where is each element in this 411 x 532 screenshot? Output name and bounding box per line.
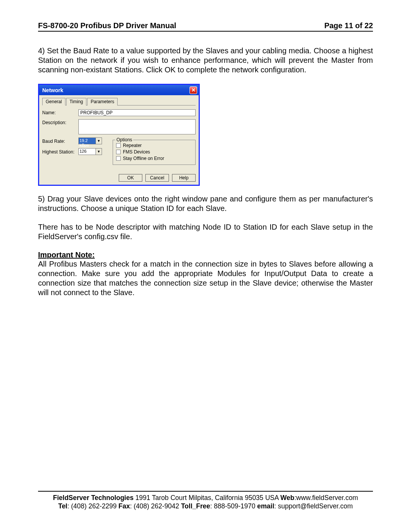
option-repeater-label: Repeater xyxy=(123,143,142,148)
description-input[interactable] xyxy=(78,119,196,134)
checkbox-icon xyxy=(116,150,121,154)
option-fms-devices[interactable]: FMS Devices xyxy=(116,149,192,155)
name-label: Name: xyxy=(42,109,78,115)
description-label: Description: xyxy=(42,119,78,125)
footer-fax-label: Fax xyxy=(118,502,130,510)
baud-rate-value: 19.2 kBps xyxy=(79,138,96,144)
cancel-button[interactable]: Cancel xyxy=(145,174,169,182)
footer-company: FieldServer Technologies xyxy=(53,494,134,502)
important-note-heading: Important Note: xyxy=(38,251,373,259)
footer-toll-label: Toll_Free xyxy=(181,502,210,510)
baud-rate-select[interactable]: 19.2 kBps ▼ xyxy=(78,137,102,144)
dialog-titlebar[interactable]: Network ✕ xyxy=(39,85,199,95)
header-page: Page 11 of 22 xyxy=(324,21,373,30)
page-header: FS-8700-20 Profibus DP Driver Manual Pag… xyxy=(38,21,373,32)
help-button[interactable]: Help xyxy=(172,174,196,182)
ok-button[interactable]: OK xyxy=(119,174,142,182)
page-footer: FieldServer Technologies 1991 Tarob Cour… xyxy=(38,491,373,511)
footer-web-label: Web xyxy=(280,494,295,502)
footer-address: 1991 Tarob Court Milpitas, California 95… xyxy=(134,494,280,502)
chevron-down-icon: ▼ xyxy=(96,138,102,144)
baud-label: Baud Rate: xyxy=(42,138,78,144)
tab-parameters[interactable]: Parameters xyxy=(87,98,118,105)
footer-tel-label: Tel xyxy=(58,502,67,510)
tab-general[interactable]: General xyxy=(42,98,65,105)
option-repeater[interactable]: Repeater xyxy=(116,143,192,148)
option-fms-label: FMS Devices xyxy=(123,149,150,155)
footer-email-value: : support@fieldServer.com xyxy=(274,502,353,510)
options-title: Options xyxy=(115,137,133,142)
tab-timing[interactable]: Timing xyxy=(66,98,87,105)
highest-station-label: Highest Station: xyxy=(42,149,78,155)
header-title: FS-8700-20 Profibus DP Driver Manual xyxy=(38,21,176,30)
paragraph-node-descriptor: There has to be Node descriptor with mat… xyxy=(38,222,373,241)
checkbox-icon xyxy=(116,143,121,148)
footer-toll-value: : 888-509-1970 xyxy=(210,502,257,510)
footer-web-value: :www.fieldServer.com xyxy=(294,494,358,502)
paragraph-important-body: All Profibus Masters check for a match i… xyxy=(38,259,373,297)
option-stay-offline-label: Stay Offline on Error xyxy=(123,156,164,161)
paragraph-step5: 5) Drag your Slave devices onto the righ… xyxy=(38,194,373,213)
close-icon[interactable]: ✕ xyxy=(190,86,197,94)
footer-email-label: email xyxy=(257,502,274,510)
footer-fax-value: : (408) 262-9042 xyxy=(130,502,181,510)
dialog-tabs: General Timing Parameters xyxy=(42,97,196,105)
dialog-title: Network xyxy=(42,87,63,93)
name-input[interactable] xyxy=(78,109,196,116)
options-groupbox: Options Repeater FMS Devices Stay Offlin… xyxy=(113,140,196,165)
footer-tel-value: : (408) 262-2299 xyxy=(67,502,118,510)
chevron-down-icon: ▼ xyxy=(96,149,102,155)
paragraph-step4: 4) Set the Baud Rate to a value supporte… xyxy=(38,46,373,75)
highest-station-select[interactable]: 126 ▼ xyxy=(78,148,102,155)
option-stay-offline[interactable]: Stay Offline on Error xyxy=(116,156,192,161)
checkbox-icon xyxy=(116,156,121,161)
highest-station-value: 126 xyxy=(79,149,96,155)
network-dialog: Network ✕ General Timing Parameters Name… xyxy=(38,84,200,186)
